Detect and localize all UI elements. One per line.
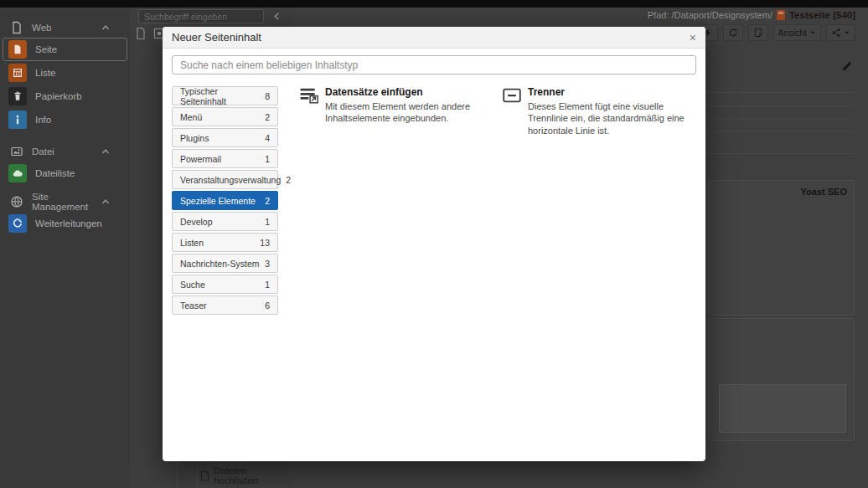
category-count: 6 — [265, 301, 270, 311]
modal-columns: Typischer Seiteninhalt8Menü2Plugins4Powe… — [172, 86, 696, 316]
chevron-down-icon — [809, 29, 816, 36]
yoast-seo-panel: Yoast SEO — [708, 180, 855, 316]
divider-icon — [503, 87, 521, 104]
category-count: 8 — [265, 91, 270, 101]
category-count: 13 — [260, 238, 270, 248]
category-tab-develop[interactable]: Develop1 — [172, 212, 278, 231]
divider-line — [708, 92, 855, 93]
trash-icon — [12, 90, 23, 102]
sidebar-item-label: Seite — [35, 44, 57, 54]
doc-outline-icon — [10, 21, 23, 34]
file-icon — [200, 470, 209, 481]
category-count: 1 — [265, 154, 270, 164]
page-title[interactable]: Testseite [540] — [789, 10, 855, 20]
divider-line — [708, 131, 855, 132]
close-icon[interactable]: × — [690, 32, 696, 44]
category-tab-nachrichten-system[interactable]: Nachrichten-System3 — [172, 254, 278, 273]
sidebar-section-datei[interactable]: Datei — [0, 141, 130, 162]
category-label: Typischer Seiteninhalt — [180, 86, 260, 106]
share-button[interactable] — [826, 24, 855, 41]
category-count: 4 — [265, 133, 270, 143]
yoast-seo-label: Yoast SEO — [801, 187, 847, 197]
category-tab-veranstaltungsverwaltung[interactable]: Veranstaltungsverwaltung2 — [172, 170, 278, 189]
sidebar-item-papierkorb[interactable]: Papierkorb — [3, 85, 127, 108]
category-tab-men[interactable]: Menü2 — [172, 107, 278, 126]
divider-line — [708, 105, 855, 106]
content-element-title: Trenner — [528, 86, 702, 98]
content-element-datens-tze-einf-gen[interactable]: Datensätze einfügenMit diesem Element we… — [300, 86, 478, 125]
sidebar-item-label: Weiterleitungen — [35, 218, 102, 229]
category-tab-plugins[interactable]: Plugins4 — [172, 128, 278, 147]
sidebar-item-weiterleitungen[interactable]: Weiterleitungen — [3, 212, 127, 235]
chevron-up-icon — [101, 147, 110, 156]
new-page-icon[interactable] — [134, 27, 147, 40]
category-tab-suche[interactable]: Suche1 — [172, 275, 278, 294]
upload-files-item[interactable]: Dateien hochladen — [200, 465, 293, 485]
collapse-pagetree-button[interactable] — [266, 9, 287, 23]
cloud-icon — [12, 167, 23, 179]
sidebar-section-web[interactable]: Web — [0, 18, 130, 38]
divider-line — [708, 118, 855, 119]
category-tab-listen[interactable]: Listen13 — [172, 233, 278, 252]
view-button-label: Ansicht — [778, 28, 807, 38]
category-label: Spezielle Elemente — [180, 196, 256, 206]
papierkorb-module-tile — [8, 87, 27, 105]
sidebar-section-label: Datei — [32, 146, 101, 157]
category-label: Menü — [180, 112, 202, 122]
image-outline-icon — [10, 145, 23, 158]
page-icon — [777, 10, 785, 20]
sidebar-item-liste[interactable]: Liste — [3, 61, 127, 85]
sidebar-item-seite[interactable]: Seite — [3, 38, 127, 61]
sidebar-item-label: Info — [35, 115, 51, 125]
category-label: Veranstaltungsverwaltung — [180, 175, 281, 185]
divider-line — [708, 153, 855, 154]
content-element-trenner[interactable]: TrennerDieses Element fügt eine visuelle… — [503, 86, 702, 136]
category-tab-powermail[interactable]: Powermail1 — [172, 149, 278, 168]
category-count: 1 — [265, 217, 270, 227]
sidebar-item-dateiliste[interactable]: Dateiliste — [3, 162, 127, 185]
sidebar-section-site-management[interactable]: Site Management — [0, 192, 130, 212]
module-menu: WebSeiteListePapierkorbInfoDateiDateilis… — [0, 8, 130, 488]
seite-module-tile — [8, 40, 27, 59]
refresh-button[interactable] — [723, 24, 743, 41]
content-element-description: Dieses Element fügt eine visuelle Trennl… — [528, 100, 702, 136]
content-panel — [708, 318, 855, 441]
category-count: 2 — [286, 175, 291, 185]
sidebar-item-info[interactable]: Info — [3, 108, 127, 131]
sidebar-section-label: Site Management — [32, 192, 101, 212]
sidebar-item-label: Papierkorb — [35, 91, 82, 101]
note-icon — [753, 28, 763, 38]
view-button[interactable]: Ansicht — [773, 24, 821, 41]
content-element-text: Datensätze einfügenMit diesem Element we… — [325, 86, 478, 125]
redirect-icon — [12, 218, 23, 229]
typo3-backend: WebSeiteListePapierkorbInfoDateiDateilis… — [0, 0, 868, 488]
liste-module-tile — [8, 64, 27, 82]
content-element-text: TrennerDieses Element fügt eine visuelle… — [528, 86, 702, 136]
divider-line — [197, 461, 198, 488]
upload-files-label: Dateien hochladen — [214, 465, 293, 485]
content-type-search-input[interactable] — [172, 55, 696, 74]
note-button[interactable] — [748, 24, 768, 41]
edit-pencil-icon[interactable] — [841, 60, 853, 72]
dateiliste-module-tile — [8, 164, 27, 182]
category-label: Powermail — [180, 154, 221, 164]
category-count: 1 — [265, 280, 270, 290]
category-tab-typischer-seiteninhalt[interactable]: Typischer Seiteninhalt8 — [172, 86, 278, 105]
category-label: Nachrichten-System — [180, 259, 260, 269]
content-element-description: Mit diesem Element werden andere Inhalts… — [325, 100, 478, 125]
module-menu-list: WebSeiteListePapierkorbInfoDateiDateilis… — [0, 18, 130, 235]
divider-line — [177, 461, 178, 488]
sidebar-section-label: Web — [32, 23, 101, 33]
category-count: 2 — [265, 112, 270, 122]
info-icon — [12, 114, 23, 126]
category-tab-teaser[interactable]: Teaser6 — [172, 295, 278, 315]
modal-body: Typischer Seiteninhalt8Menü2Plugins4Powe… — [163, 49, 705, 316]
sidebar-item-label: Dateiliste — [35, 168, 75, 178]
chevron-up-icon — [101, 198, 110, 206]
sidebar-item-label: Liste — [35, 68, 55, 78]
chevron-down-icon — [844, 29, 850, 36]
pagetree-search-input[interactable] — [138, 9, 264, 23]
content-toolbar: Ansicht — [698, 24, 855, 41]
category-tab-spezielle-elemente[interactable]: Spezielle Elemente2 — [172, 191, 278, 210]
page-doc-icon — [12, 44, 23, 55]
